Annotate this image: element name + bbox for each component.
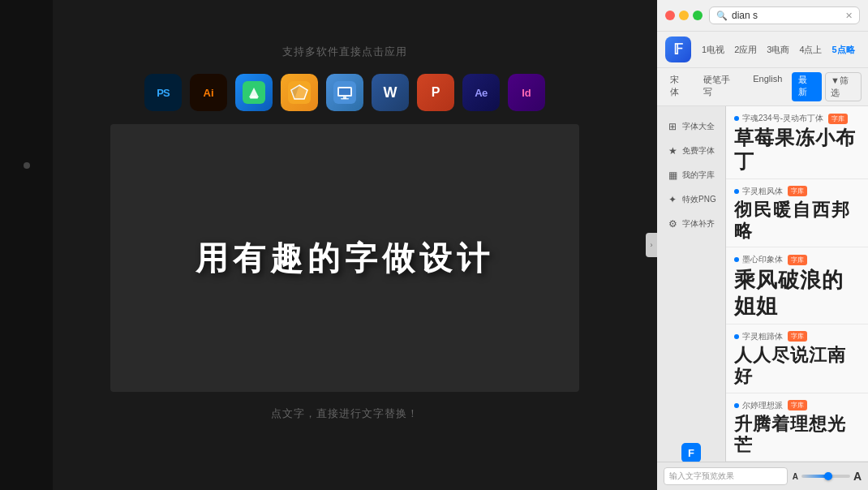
traffic-light-yellow[interactable]: [679, 11, 689, 20]
font-entry-4[interactable]: 字灵粗蹄体 字库 人人尽说江南好: [726, 325, 868, 393]
font-name-3: 墨心印象体: [742, 254, 783, 265]
app-icon-keynote[interactable]: [235, 74, 273, 111]
font-entry-3[interactable]: 墨心印象体 字库 乘风破浪的姐姐: [726, 247, 868, 324]
tab-5-dianlue[interactable]: 5点略: [828, 42, 859, 58]
right-panel: 🔍 ✕ 𝔽 1电视 2应用 3电商 4点上 5点略 宋体 硬笔手写 Englis…: [657, 0, 868, 490]
app-icon-id[interactable]: Id: [508, 74, 545, 111]
nav-my-library-label: 我的字库: [682, 170, 715, 181]
traffic-light-red[interactable]: [665, 11, 675, 20]
font-name-1: 字魂234号-灵动布丁体: [742, 113, 823, 124]
nav-bottom-controls: F ⚙: [657, 274, 725, 490]
panel-header: 🔍 ✕: [657, 0, 868, 32]
filter-english[interactable]: English: [746, 72, 789, 101]
app-icon-keynote2[interactable]: [326, 74, 363, 111]
app-icon-word[interactable]: W: [372, 74, 409, 111]
app-logo-row: 𝔽 1电视 2应用 3电商 4点上 5点略: [657, 32, 868, 68]
tab-1-dianshi[interactable]: 1电视: [698, 42, 728, 58]
font-name-4: 字灵粗蹄体: [742, 331, 783, 342]
nav-font-complete[interactable]: ⚙ 字体补齐: [657, 212, 725, 236]
font-meta-2: 字灵粗风体 字库: [734, 186, 860, 197]
app-icon-ppt[interactable]: P: [417, 74, 454, 111]
nav-font-all[interactable]: ⊞ 字体大全: [657, 114, 725, 139]
font-preview-3: 乘风破浪的姐姐: [734, 268, 860, 318]
font-name-5: 尔婷理想派: [742, 400, 783, 411]
font-dot-3: [734, 257, 739, 262]
nav-free-font[interactable]: ★ 免费字体: [657, 139, 725, 163]
right-bottom-bar: 输入文字预览效果 A A: [657, 462, 868, 490]
font-entry-2[interactable]: 字灵粗风体 字库 彻民暖自西邦略: [726, 179, 868, 248]
app-icon-sketch[interactable]: [281, 74, 318, 111]
app-icon-ps[interactable]: PS: [144, 74, 182, 111]
nav-effect-png[interactable]: ✦ 特效PNG: [657, 187, 725, 212]
font-list: 字魂234号-灵动布丁体 字库 草莓果冻小布丁 字灵粗风体 字库 彻民暖自西邦略…: [726, 106, 868, 490]
main-area: 支持多软件直接点击应用 PS Ai: [53, 0, 637, 490]
font-badge-1: 字库: [828, 114, 848, 124]
canvas-area[interactable]: 用有趣的字做设计: [110, 124, 579, 392]
traffic-lights: [665, 11, 703, 20]
nav-font-complete-icon: ⚙: [666, 218, 679, 230]
font-badge-3: 字库: [788, 255, 807, 265]
nav-free-font-icon: ★: [666, 145, 679, 157]
app-icon-ai[interactable]: Ai: [190, 74, 227, 111]
size-control: A A: [793, 470, 862, 483]
font-name-2: 字灵粗风体: [742, 186, 783, 197]
font-entry-1[interactable]: 字魂234号-灵动布丁体 字库 草莓果冻小布丁: [726, 106, 868, 179]
svg-rect-2: [250, 97, 258, 99]
font-entry-5[interactable]: 尔婷理想派 字库 升腾着理想光芒: [726, 393, 868, 462]
font-dot-1: [734, 116, 739, 121]
preview-text-input[interactable]: 输入文字预览效果: [664, 467, 788, 485]
size-slider[interactable]: [801, 475, 850, 478]
nav-font-all-label: 字体大全: [682, 121, 715, 132]
font-dot-4: [734, 334, 739, 339]
font-dot-5: [734, 403, 739, 408]
left-nav: ⊞ 字体大全 ★ 免费字体 ▦ 我的字库 ✦ 特效PNG ⚙ 字体补齐 F: [657, 106, 726, 490]
canvas-main-text: 用有趣的字做设计: [196, 236, 494, 281]
font-preview-5: 升腾着理想光芒: [734, 414, 860, 457]
sidebar-dot: [24, 162, 30, 169]
tab-3-dianshang[interactable]: 3电商: [763, 42, 793, 58]
nav-font-all-icon: ⊞: [666, 121, 679, 132]
font-preview-4: 人人尽说江南好: [734, 345, 860, 388]
collapse-chevron-icon: ›: [651, 241, 653, 249]
top-hint-text: 支持多软件直接点击应用: [282, 45, 407, 59]
search-bar: 🔍 ✕: [709, 6, 860, 24]
filter-screen[interactable]: ▼筛选: [825, 72, 862, 101]
filter-songti[interactable]: 宋体: [664, 72, 694, 101]
font-badge-5: 字库: [788, 400, 807, 410]
font-preview-2: 彻民暖自西邦略: [734, 200, 860, 243]
app-icon-ae[interactable]: Ae: [462, 74, 500, 111]
font-badge-2: 字库: [788, 186, 807, 196]
font-preview-1: 草莓果冻小布丁: [734, 127, 860, 174]
panel-collapse-button[interactable]: ›: [646, 233, 657, 257]
filter-handwriting[interactable]: 硬笔手写: [697, 72, 743, 101]
size-slider-thumb: [824, 472, 832, 480]
tab-numbers: 1电视 2应用 3电商 4点上 5点略: [698, 42, 860, 58]
font-meta-3: 墨心印象体 字库: [734, 254, 860, 265]
font-dot-2: [734, 189, 739, 194]
nav-f-button[interactable]: F: [681, 443, 701, 462]
font-meta-4: 字灵粗蹄体 字库: [734, 331, 860, 342]
filter-newest[interactable]: 最新: [792, 72, 822, 101]
search-icon: 🔍: [716, 11, 728, 21]
nav-free-font-label: 免费字体: [682, 145, 715, 157]
search-clear-icon[interactable]: ✕: [845, 11, 853, 21]
nav-my-library-icon: ▦: [666, 170, 679, 181]
nav-font-complete-label: 字体补齐: [682, 218, 715, 230]
left-sidebar: [0, 0, 53, 490]
font-badge-4: 字库: [788, 331, 807, 342]
svg-rect-10: [339, 88, 350, 95]
bottom-hint-text: 点文字，直接进行文字替换！: [271, 406, 419, 421]
tab-4-dianshang[interactable]: 4点上: [795, 42, 826, 58]
nav-effect-png-icon: ✦: [666, 194, 679, 205]
tab-2-yingyong[interactable]: 2应用: [730, 42, 761, 58]
size-label-small: A: [793, 472, 798, 481]
panel-body: ⊞ 字体大全 ★ 免费字体 ▦ 我的字库 ✦ 特效PNG ⚙ 字体补齐 F: [657, 106, 868, 490]
search-input[interactable]: [732, 10, 841, 21]
filter-tabs: 宋体 硬笔手写 English 最新 ▼筛选: [657, 68, 868, 106]
app-icons-row: PS Ai: [144, 74, 545, 111]
traffic-light-green[interactable]: [693, 11, 703, 20]
font-meta-1: 字魂234号-灵动布丁体 字库: [734, 113, 860, 124]
nav-my-library[interactable]: ▦ 我的字库: [657, 163, 725, 187]
svg-rect-9: [341, 98, 349, 100]
size-label-large: A: [853, 470, 862, 483]
